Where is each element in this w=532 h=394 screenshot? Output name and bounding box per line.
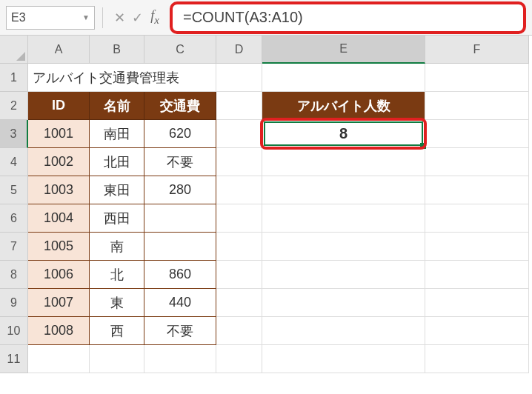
cell-A5[interactable]: 1003 xyxy=(28,176,90,204)
cell-B4[interactable]: 北田 xyxy=(90,148,144,176)
cell-E8[interactable] xyxy=(262,261,425,289)
col-header-A[interactable]: A xyxy=(28,36,90,64)
cell-C4[interactable]: 不要 xyxy=(144,148,216,176)
cell-F1[interactable] xyxy=(425,64,529,92)
cell-F7[interactable] xyxy=(425,233,529,261)
col-header-F[interactable]: F xyxy=(425,36,529,64)
cell-E6[interactable] xyxy=(262,204,425,233)
cell-A9[interactable]: 1007 xyxy=(28,289,90,317)
col-header-C[interactable]: C xyxy=(144,36,216,64)
cell-D9[interactable] xyxy=(216,289,262,317)
cell-F8[interactable] xyxy=(425,261,529,289)
cell-A8[interactable]: 1006 xyxy=(28,261,90,289)
cancel-icon[interactable]: ✕ xyxy=(110,10,128,26)
cell-B10[interactable]: 西 xyxy=(90,317,144,345)
cell-D7[interactable] xyxy=(216,233,262,261)
cell-B3[interactable]: 南田 xyxy=(90,120,144,148)
row-header-4[interactable]: 4 xyxy=(0,148,28,176)
cell-E10[interactable] xyxy=(262,317,425,345)
cell-A10[interactable]: 1008 xyxy=(28,317,90,345)
cell-F3[interactable] xyxy=(425,120,529,148)
fx-icon[interactable]: fx xyxy=(146,8,164,27)
cell-F6[interactable] xyxy=(425,204,529,233)
cell-E4[interactable] xyxy=(262,148,425,176)
fill-handle[interactable] xyxy=(420,143,426,149)
cell-D1[interactable] xyxy=(216,64,262,92)
cell-E9[interactable] xyxy=(262,289,425,317)
cell-C5[interactable]: 280 xyxy=(144,176,216,204)
cell-D5[interactable] xyxy=(216,176,262,204)
cell-D11[interactable] xyxy=(216,345,262,373)
cell-F5[interactable] xyxy=(425,176,529,204)
cell-E1[interactable] xyxy=(262,64,425,92)
cell-A11[interactable] xyxy=(28,345,90,373)
row-header-5[interactable]: 5 xyxy=(0,176,28,204)
formula-input[interactable]: =COUNT(A3:A10) xyxy=(170,1,526,34)
col-header-B[interactable]: B xyxy=(90,36,144,64)
cell-B11[interactable] xyxy=(90,345,144,373)
cell-D3[interactable] xyxy=(216,120,262,148)
select-all-corner[interactable] xyxy=(0,36,28,64)
row-header-11[interactable]: 11 xyxy=(0,345,28,373)
cell-A4[interactable]: 1002 xyxy=(28,148,90,176)
selected-cell-value: 8 xyxy=(264,121,423,146)
cell-C6[interactable] xyxy=(144,204,216,233)
cell-F11[interactable] xyxy=(425,345,529,373)
cell-A7[interactable]: 1005 xyxy=(28,233,90,261)
row-header-7[interactable]: 7 xyxy=(0,233,28,261)
row-header-2[interactable]: 2 xyxy=(0,92,28,120)
cell-F4[interactable] xyxy=(425,148,529,176)
cell-C10[interactable]: 不要 xyxy=(144,317,216,345)
cell-D6[interactable] xyxy=(216,204,262,233)
formula-text: =COUNT(A3:A10) xyxy=(183,9,303,26)
cell-F2[interactable] xyxy=(425,92,529,120)
cell-C8[interactable]: 860 xyxy=(144,261,216,289)
cell-C3[interactable]: 620 xyxy=(144,120,216,148)
header-fare[interactable]: 交通費 xyxy=(144,92,216,120)
row-header-3[interactable]: 3 xyxy=(0,120,28,148)
cell-A6[interactable]: 1004 xyxy=(28,204,90,233)
formula-bar: E3 ▼ ✕ ✓ fx =COUNT(A3:A10) xyxy=(0,0,532,36)
cell-F9[interactable] xyxy=(425,289,529,317)
row-header-6[interactable]: 6 xyxy=(0,204,28,233)
name-box-value: E3 xyxy=(11,11,26,24)
cell-B9[interactable]: 東 xyxy=(90,289,144,317)
cell-title[interactable]: アルバイト交通費管理表 xyxy=(28,64,216,92)
cell-A3[interactable]: 1001 xyxy=(28,120,90,148)
cell-D2[interactable] xyxy=(216,92,262,120)
cell-E3-selected[interactable]: 8 xyxy=(262,120,425,148)
cell-C11[interactable] xyxy=(144,345,216,373)
cell-E5[interactable] xyxy=(262,176,425,204)
cell-D4[interactable] xyxy=(216,148,262,176)
col-header-E[interactable]: E xyxy=(262,36,425,64)
col-header-D[interactable]: D xyxy=(216,36,262,64)
name-box[interactable]: E3 ▼ xyxy=(6,6,95,30)
row-header-8[interactable]: 8 xyxy=(0,261,28,289)
cell-E7[interactable] xyxy=(262,233,425,261)
cell-D8[interactable] xyxy=(216,261,262,289)
spreadsheet-grid: A B C D E F 1 アルバイト交通費管理表 2 ID 名前 交通費 アル… xyxy=(0,36,532,373)
cell-B6[interactable]: 西田 xyxy=(90,204,144,233)
header-id[interactable]: ID xyxy=(28,92,90,120)
cell-C7[interactable] xyxy=(144,233,216,261)
cell-B5[interactable]: 東田 xyxy=(90,176,144,204)
cell-B8[interactable]: 北 xyxy=(90,261,144,289)
row-header-10[interactable]: 10 xyxy=(0,317,28,345)
enter-icon[interactable]: ✓ xyxy=(128,10,146,26)
row-header-1[interactable]: 1 xyxy=(0,64,28,92)
separator xyxy=(102,7,103,28)
chevron-down-icon[interactable]: ▼ xyxy=(82,13,90,21)
cell-B7[interactable]: 南 xyxy=(90,233,144,261)
cell-C9[interactable]: 440 xyxy=(144,289,216,317)
cell-D10[interactable] xyxy=(216,317,262,345)
cell-F10[interactable] xyxy=(425,317,529,345)
cell-E11[interactable] xyxy=(262,345,425,373)
header-count[interactable]: アルバイト人数 xyxy=(262,92,425,120)
row-header-9[interactable]: 9 xyxy=(0,289,28,317)
header-name[interactable]: 名前 xyxy=(90,92,144,120)
